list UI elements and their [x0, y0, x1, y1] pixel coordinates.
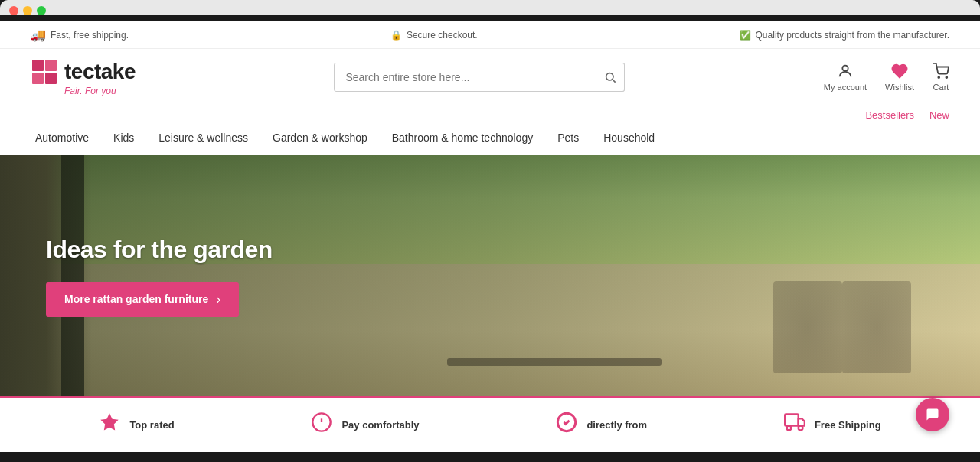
truck-icon: 🚚	[31, 28, 46, 42]
nav-bestsellers[interactable]: Bestsellers	[865, 109, 914, 121]
chat-button[interactable]	[916, 398, 949, 431]
feature-shipping-text: Free Shipping	[815, 419, 881, 431]
star-svg	[99, 412, 120, 433]
svg-line-7	[612, 80, 616, 83]
nav-pets[interactable]: Pets	[545, 121, 591, 155]
nav-bar: Bestsellers New Automotive Kids Leisure …	[0, 106, 980, 155]
logo-tagline: Fair. For you	[64, 86, 116, 96]
cart-icon	[933, 63, 949, 80]
nav-household[interactable]: Household	[591, 121, 667, 155]
feature-top-rated-text: Top rated	[129, 419, 174, 431]
nav-bathroom[interactable]: Bathroom & home technology	[380, 121, 545, 155]
svg-marker-17	[799, 418, 805, 425]
topbar-shipping: 🚚 Fast, free shipping.	[31, 28, 129, 42]
nav-secondary: Bestsellers New	[0, 106, 980, 121]
check-svg	[556, 412, 577, 433]
hero-title: Ideas for the garden	[46, 236, 273, 264]
browser-buttons	[9, 6, 971, 15]
wishlist-label: Wishlist	[885, 83, 914, 92]
svg-point-10	[946, 76, 947, 78]
nav-kids[interactable]: Kids	[101, 121, 146, 155]
feature-direct-text: directly from	[586, 419, 647, 431]
hero-cta-button[interactable]: More rattan garden furniture ›	[46, 282, 239, 317]
nav-garden[interactable]: Garden & workshop	[260, 121, 380, 155]
search-button[interactable]	[596, 63, 625, 92]
feature-top-rated: Top rated	[99, 412, 174, 438]
search-bar	[334, 63, 625, 92]
maximize-button[interactable]	[37, 6, 46, 15]
hero-cta-label: More rattan garden furniture	[64, 293, 208, 305]
chat-icon	[925, 407, 940, 422]
svg-point-19	[799, 426, 803, 431]
nav-leisure[interactable]: Leisure & wellness	[146, 121, 260, 155]
topbar-quality: ✅ Quality products straight from the man…	[740, 30, 949, 41]
direct-icon	[556, 412, 577, 438]
search-icon	[604, 71, 616, 83]
feature-pay: Pay comfortably	[311, 412, 419, 438]
svg-marker-11	[101, 413, 119, 430]
feature-shipping: Free Shipping	[784, 412, 881, 438]
nav-primary: Automotive Kids Leisure & wellness Garde…	[0, 121, 980, 155]
hero-banner: Ideas for the garden More rattan garden …	[0, 155, 980, 396]
close-button[interactable]	[9, 6, 18, 15]
svg-rect-1	[45, 60, 57, 71]
header: tectake Fair. For you My account	[0, 49, 980, 106]
features-bar: Top rated Pay comfortably directly from	[0, 396, 980, 452]
hero-content: Ideas for the garden More rattan garden …	[46, 236, 273, 317]
star-icon	[99, 412, 120, 438]
topbar-checkout: 🔒 Secure checkout.	[390, 30, 478, 41]
nav-automotive[interactable]: Automotive	[23, 121, 101, 155]
feature-direct: directly from	[556, 412, 647, 438]
logo-text: tectake	[64, 60, 136, 84]
topbar-quality-text: Quality products straight from the manuf…	[756, 30, 949, 41]
svg-point-6	[606, 73, 613, 80]
cart-action[interactable]: Cart	[933, 63, 949, 92]
svg-rect-0	[32, 60, 44, 71]
svg-rect-2	[32, 73, 44, 84]
svg-rect-3	[45, 73, 57, 84]
svg-point-8	[842, 66, 848, 71]
topbar-shipping-text: Fast, free shipping.	[51, 30, 129, 41]
logo-icon	[31, 58, 58, 86]
account-icon	[837, 63, 854, 80]
top-bar: 🚚 Fast, free shipping. 🔒 Secure checkout…	[0, 21, 980, 49]
feature-pay-text: Pay comfortably	[341, 419, 419, 431]
payment-svg	[311, 412, 332, 433]
header-actions: My account Wishlist Cart	[824, 63, 949, 92]
minimize-button[interactable]	[23, 6, 32, 15]
topbar-checkout-text: Secure checkout.	[407, 30, 478, 41]
shipping-icon	[784, 412, 805, 438]
account-label: My account	[824, 83, 867, 92]
payment-icon	[311, 412, 332, 438]
lock-icon: 🔒	[390, 30, 402, 41]
search-input[interactable]	[334, 63, 625, 92]
logo-link[interactable]: tectake	[31, 58, 136, 86]
svg-rect-16	[785, 415, 799, 426]
logo-area: tectake Fair. For you	[31, 58, 136, 96]
truck-svg	[784, 412, 805, 433]
svg-point-9	[938, 76, 939, 78]
wishlist-icon	[891, 63, 908, 80]
check-circle-icon: ✅	[740, 30, 751, 41]
wishlist-action[interactable]: Wishlist	[885, 63, 914, 92]
nav-new[interactable]: New	[929, 109, 949, 121]
browser-chrome	[0, 0, 980, 15]
svg-point-18	[786, 426, 791, 431]
my-account-action[interactable]: My account	[824, 63, 867, 92]
cart-label: Cart	[933, 83, 949, 92]
hero-cta-arrow: ›	[216, 291, 220, 307]
site-wrapper: 🚚 Fast, free shipping. 🔒 Secure checkout…	[0, 21, 980, 452]
